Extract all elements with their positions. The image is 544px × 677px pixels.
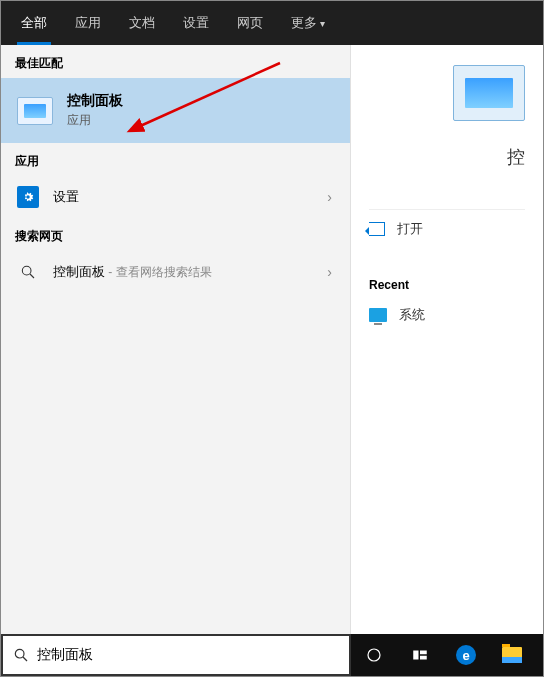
app-result-label: 设置 bbox=[53, 188, 79, 206]
chevron-right-icon: › bbox=[327, 189, 332, 205]
search-icon bbox=[13, 647, 29, 663]
search-input[interactable] bbox=[37, 647, 339, 663]
svg-point-0 bbox=[22, 266, 31, 275]
results-panel: 最佳匹配 控制面板 应用 应用 设置 › 搜索网页 bbox=[1, 45, 351, 634]
chevron-right-icon: › bbox=[327, 264, 332, 280]
edge-icon: e bbox=[456, 645, 476, 665]
action-open[interactable]: 打开 bbox=[369, 209, 525, 248]
svg-rect-6 bbox=[420, 651, 427, 655]
monitor-icon bbox=[369, 308, 387, 322]
web-result[interactable]: 控制面板 - 查看网络搜索结果 › bbox=[1, 251, 350, 293]
recent-header: Recent bbox=[369, 278, 525, 292]
svg-line-1 bbox=[30, 274, 34, 278]
filter-tabs: 全部 应用 文档 设置 网页 更多▾ bbox=[1, 1, 543, 45]
chevron-down-icon: ▾ bbox=[320, 18, 325, 29]
web-result-label: 控制面板 - 查看网络搜索结果 bbox=[53, 263, 212, 281]
preview-panel: 控 打开 Recent 系统 bbox=[351, 45, 543, 634]
section-apps: 应用 bbox=[1, 143, 350, 176]
recent-item-system[interactable]: 系统 bbox=[369, 298, 525, 332]
tab-more[interactable]: 更多▾ bbox=[277, 1, 339, 45]
tab-documents[interactable]: 文档 bbox=[115, 1, 169, 45]
cortana-button[interactable] bbox=[351, 634, 397, 676]
preview-title: 控 bbox=[369, 145, 525, 169]
svg-point-4 bbox=[368, 649, 380, 661]
open-icon bbox=[369, 222, 385, 236]
svg-rect-5 bbox=[413, 651, 418, 660]
taskbar-region: e bbox=[1, 634, 543, 676]
result-subtitle: 应用 bbox=[67, 112, 123, 129]
task-view-button[interactable] bbox=[397, 634, 443, 676]
tab-all[interactable]: 全部 bbox=[7, 1, 61, 45]
recent-item-label: 系统 bbox=[399, 306, 425, 324]
svg-rect-7 bbox=[420, 656, 427, 660]
task-view-icon bbox=[411, 646, 429, 664]
best-match-result[interactable]: 控制面板 应用 bbox=[1, 78, 350, 143]
result-title: 控制面板 bbox=[67, 92, 123, 110]
tab-web[interactable]: 网页 bbox=[223, 1, 277, 45]
file-explorer-button[interactable] bbox=[489, 634, 535, 676]
tab-settings[interactable]: 设置 bbox=[169, 1, 223, 45]
svg-line-3 bbox=[23, 657, 27, 661]
preview-app-icon bbox=[453, 65, 525, 121]
tab-apps[interactable]: 应用 bbox=[61, 1, 115, 45]
search-icon bbox=[17, 261, 39, 283]
section-search-web: 搜索网页 bbox=[1, 218, 350, 251]
gear-icon bbox=[17, 186, 39, 208]
search-box[interactable] bbox=[1, 634, 351, 676]
app-result-settings[interactable]: 设置 › bbox=[1, 176, 350, 218]
control-panel-icon bbox=[17, 97, 53, 125]
svg-point-2 bbox=[15, 649, 24, 658]
action-open-label: 打开 bbox=[397, 220, 423, 238]
edge-button[interactable]: e bbox=[443, 634, 489, 676]
section-best-match: 最佳匹配 bbox=[1, 45, 350, 78]
folder-icon bbox=[502, 647, 522, 663]
cortana-icon bbox=[365, 646, 383, 664]
